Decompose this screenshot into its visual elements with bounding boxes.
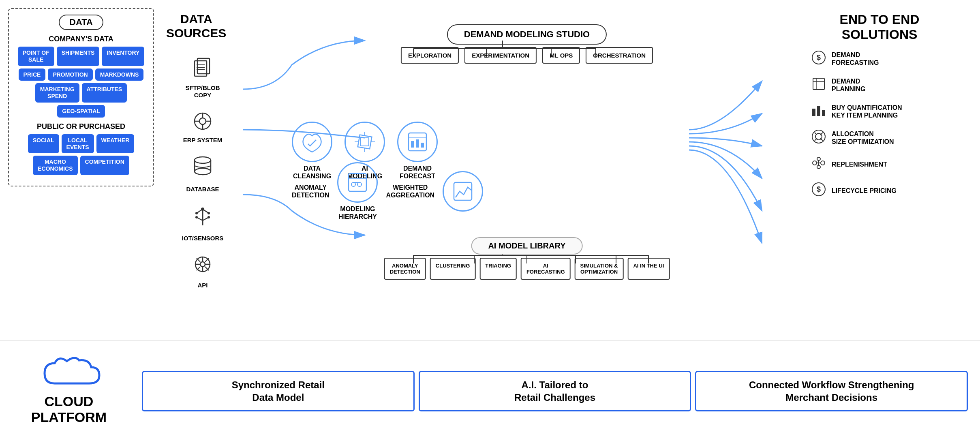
public-label: PUBLIC OR PURCHASED — [15, 122, 148, 131]
aml-section: AI MODEL LIBRARY ANOMALYDETECTION CLUSTE… — [384, 229, 670, 280]
iot-label: IOT/SENSORS — [182, 235, 224, 242]
badge-markdowns: MARKDOWNS — [95, 69, 144, 81]
data-sources-header: DATASOURCES — [166, 12, 226, 40]
anomaly-detection-item: ANOMALYDETECTION — [292, 184, 329, 199]
anomaly-label: ANOMALYDETECTION — [292, 184, 329, 199]
svg-point-63 — [351, 182, 355, 186]
svg-rect-74 — [822, 110, 825, 116]
demand-chart-circle — [443, 171, 483, 212]
sol-allocation-label: ALLOCATIONSIZE OPTIMIZATION — [832, 130, 894, 146]
badge-macro: MACRO ECONOMICS — [33, 156, 77, 175]
dms-section: DEMAND MODELING STUDIO EXPLORATION EXPER… — [401, 20, 653, 64]
dms-box: DEMAND MODELING STUDIO — [447, 24, 607, 45]
badge-geospatial: GEO-SPATIAL — [57, 105, 105, 118]
svg-point-85 — [817, 165, 820, 169]
svg-rect-73 — [817, 106, 820, 116]
svg-rect-66 — [454, 182, 472, 200]
company-badges: POINT OF SALE SHIPMENTS INVENTORY PRICE … — [15, 47, 148, 118]
aml-triaging: TRIAGING — [479, 258, 517, 280]
anomaly-row: ANOMALYDETECTION MODELINGHIERARCHY — [292, 162, 483, 220]
svg-rect-60 — [421, 143, 424, 148]
cloud-platform-section: CLOUD PLATFORM — [12, 357, 126, 425]
badge-marketing: MARKETING SPEND — [35, 83, 79, 103]
svg-point-81 — [813, 161, 817, 165]
svg-point-21 — [195, 212, 198, 214]
cloud-icon — [36, 357, 101, 394]
sol-buy-quantification: BUY QUANTIFICATIONKEY ITEM PLANNING — [811, 103, 948, 120]
aml-forecasting: AIFORECASTING — [521, 258, 571, 280]
svg-point-14 — [195, 168, 211, 175]
sol-demand-planning-label: DEMANDPLANNING — [832, 77, 866, 93]
svg-point-24 — [208, 216, 210, 218]
demand-forecast-circle — [397, 122, 438, 162]
aml-anomaly: ANOMALYDETECTION — [384, 258, 426, 280]
aml-simulation: SIMULATION &OPTIMIZATION — [575, 258, 624, 280]
bottom-box-2: A.I. Tailored to Retail Challenges — [419, 371, 691, 411]
badge-shipments: SHIPMENTS — [57, 47, 100, 66]
sol-replenishment: REPLENISHMENT — [811, 156, 948, 173]
allocation-icon — [811, 129, 827, 147]
badge-local-events: LOCAL EVENTS — [62, 134, 94, 154]
demand-forecast-icon: $ — [811, 50, 827, 68]
dms-experimentation: EXPERIMENTATION — [464, 47, 537, 64]
modeling-hierarchy-circle — [337, 162, 378, 203]
iot-icon — [193, 205, 213, 232]
svg-text:$: $ — [817, 54, 821, 62]
svg-rect-72 — [812, 109, 815, 116]
dms-orchestration: ORCHESTRATION — [586, 47, 653, 64]
demand-chart-item — [443, 171, 483, 212]
svg-point-6 — [199, 118, 206, 124]
cloud-platform-label: CLOUD PLATFORM — [12, 394, 126, 425]
public-badges: SOCIAL LOCAL EVENTS WEATHER MACRO ECONOM… — [15, 134, 148, 175]
erp-label: ERP SYSTEM — [183, 137, 222, 144]
demand-planning-icon — [811, 77, 827, 94]
svg-point-26 — [200, 262, 205, 267]
api-label: API — [197, 282, 208, 289]
sol-lifecycle-label: LIFECYCLE PRICING — [832, 187, 897, 195]
data-cleansing-circle — [292, 122, 332, 162]
bottom-boxes: Synchronized Retail Data Model A.I. Tail… — [142, 371, 968, 411]
bottom-box-3: Connected Workflow Strengthening Merchan… — [695, 371, 968, 411]
badge-price: PRICE — [19, 69, 46, 81]
buy-quant-icon — [811, 103, 827, 120]
weighted-agg-label: WEIGHTEDAGGREGATION — [386, 184, 434, 199]
dms-children: EXPLORATION EXPERIMENTATION ML OPS ORCHE… — [401, 47, 653, 64]
sol-lifecycle-pricing: $ LIFECYCLE PRICING — [811, 182, 948, 199]
svg-point-22 — [208, 212, 210, 214]
bottom-row: CLOUD PLATFORM Synchronized Retail Data … — [0, 340, 980, 441]
aml-box: AI MODEL LIBRARY — [471, 237, 582, 255]
badge-weather: WEATHER — [96, 134, 135, 154]
end-header: END TO ENDSOLUTIONS — [811, 12, 948, 42]
dms-exploration: EXPLORATION — [401, 47, 459, 64]
company-data-label: COMPANY'S DATA — [15, 35, 148, 43]
sol-demand-forecasting-label: DEMANDFORECASTING — [832, 51, 879, 66]
svg-point-11 — [195, 157, 211, 163]
database-label: DATABASE — [186, 186, 219, 193]
svg-rect-51 — [361, 138, 369, 146]
data-box-title: DATA — [59, 15, 103, 30]
aml-children: ANOMALYDETECTION CLUSTERING TRIAGING AIF… — [384, 258, 670, 280]
svg-rect-69 — [813, 78, 824, 90]
weighted-aggregation-item: WEIGHTEDAGGREGATION — [386, 184, 434, 199]
svg-rect-59 — [416, 139, 419, 148]
modeling-hierarchy-item: MODELINGHIERARCHY — [337, 162, 378, 220]
badge-competition: COMPETITION — [80, 156, 129, 175]
erp-icon — [193, 111, 213, 134]
source-iot: IOT/SENSORS — [162, 205, 243, 242]
lifecycle-pricing-icon: $ — [811, 182, 827, 199]
sol-buy-quant-label: BUY QUANTIFICATIONKEY ITEM PLANNING — [832, 104, 902, 119]
dms-mlops: ML OPS — [542, 47, 580, 64]
sftp-icon — [193, 57, 213, 82]
badge-pos: POINT OF SALE — [18, 47, 54, 66]
svg-point-64 — [357, 182, 362, 186]
modeling-hierarchy-label: MODELINGHIERARCHY — [338, 205, 377, 220]
sol-demand-planning: DEMANDPLANNING — [811, 77, 948, 94]
svg-rect-58 — [411, 141, 414, 148]
database-icon — [193, 156, 213, 183]
source-sftp: SFTP/BLOBCOPY — [162, 57, 243, 99]
end-to-end-solutions: END TO ENDSOLUTIONS $ DEMANDFORECASTING — [811, 8, 948, 340]
replenishment-icon — [811, 156, 827, 173]
sol-replenishment-label: REPLENISHMENT — [832, 161, 887, 168]
svg-point-84 — [817, 157, 820, 161]
sol-allocation: ALLOCATIONSIZE OPTIMIZATION — [811, 129, 948, 147]
